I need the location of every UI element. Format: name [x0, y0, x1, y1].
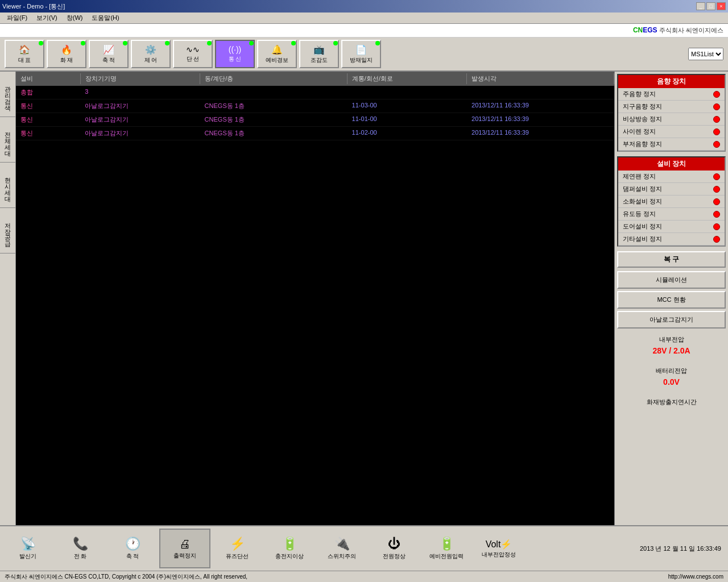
td-location-0	[200, 87, 348, 98]
left-tab-all[interactable]: 전체세대	[0, 117, 15, 163]
sound-indicator-1	[713, 103, 720, 110]
menu-file[interactable]: 파일(F)	[2, 13, 32, 23]
battery-voltage-section: 배터리전압 0.0V	[617, 363, 726, 390]
td-equipment-1: 통신	[16, 101, 80, 111]
maximize-button[interactable]: □	[706, 2, 715, 10]
td-channel-1: 11-03-00	[348, 101, 467, 111]
facility-label-4: 도어설비 정지	[623, 222, 713, 231]
sound-item-3: 사이렌 정지	[618, 126, 725, 138]
sound-indicator-3	[713, 128, 720, 135]
bottom-btn-charge[interactable]: 🔋 충전지이상	[264, 529, 315, 568]
bottom-btn-phone[interactable]: 📞 전 화	[55, 529, 106, 568]
sound-item-0: 주음향 정지	[618, 88, 725, 101]
td-location-1: CNEGS동 1층	[200, 101, 348, 111]
sound-indicator-0	[713, 91, 720, 98]
alert-indicator	[291, 41, 296, 45]
left-tab-manage[interactable]: 관리검색	[0, 72, 15, 117]
facility-indicator-2	[713, 198, 720, 205]
list-select[interactable]: MS1List	[688, 48, 723, 60]
td-equipment-0: 총합	[16, 87, 80, 98]
th-location: 동/계단/층	[200, 73, 348, 84]
td-device-1: 아날로그감지기	[80, 101, 200, 111]
facility-item-5: 기타설비 정지	[618, 233, 725, 246]
circuit-indicator	[207, 41, 212, 45]
bottom-btn-switch[interactable]: 🔌 스위치주의	[316, 529, 367, 568]
fuse-icon: ⚡	[230, 537, 245, 551]
restore-button[interactable]: 복 구	[617, 251, 726, 268]
voltage-adj-icon: Volt⚡	[486, 539, 512, 550]
status-right: http://www.cnegs.com	[668, 573, 723, 580]
sound-item-1: 지구음향 정지	[618, 101, 725, 113]
content-area: 관리검색 전체세대 현시세대 저장공급 설비 장치기기명 동/계단/층 계통/회…	[0, 72, 728, 525]
phone-icon: 📞	[73, 537, 88, 551]
log-icon: 📄	[355, 44, 367, 55]
window-title: Viewer - Demo - [통신]	[2, 2, 65, 11]
output-stop-icon: 🖨	[179, 538, 191, 551]
td-location-3: CNEGS동 1층	[200, 128, 348, 139]
analog-button[interactable]: 아날로그감지기	[617, 311, 726, 329]
mcc-button[interactable]: MCC 현황	[617, 291, 726, 309]
comm-indicator	[249, 41, 254, 45]
th-time: 발생시각	[467, 73, 614, 84]
btn-label-circuit: 단 선	[187, 55, 200, 63]
bottom-btn-fuse[interactable]: ⚡ 퓨즈단선	[212, 529, 263, 568]
menu-view[interactable]: 보기(V)	[32, 13, 62, 23]
btn-wrapper-log: 📄 방재일지	[341, 40, 381, 68]
switch-icon: 🔌	[334, 537, 350, 551]
battery-voltage-label: 배터리전압	[619, 365, 723, 376]
sound-indicator-2	[713, 116, 720, 123]
td-channel-2: 11-01-00	[348, 114, 467, 125]
monitor-icon: 📺	[313, 44, 325, 55]
btn-wrapper-monitor: 📺 조감도	[299, 40, 339, 68]
main-container: CNEGS 주식회사 씨엔이지에스 🏠 대 표 🔥 화 재 📈 축 적	[0, 24, 728, 582]
btn-label-control: 제 어	[144, 56, 158, 64]
internal-voltage-label: 내부전압	[619, 334, 723, 345]
alert-icon: 🔔	[271, 44, 283, 55]
dashboard-indicator	[39, 41, 43, 45]
bottom-toolbar: 📡 발신기 📞 전 화 🕐 축 적 🖨 출력정지 ⚡ 퓨즈단선 🔋 충전지이상 …	[0, 525, 728, 571]
sound-section: 음향 장치 주음향 정지 지구음향 정지 비상방송 정지 사이렌 정지	[617, 74, 726, 152]
facility-label-0: 제연팬 정지	[623, 172, 713, 181]
th-channel: 계통/회선/회로	[348, 73, 467, 84]
fire-release-section: 화재방출지연시간	[617, 394, 726, 410]
fuse-label: 퓨즈단선	[226, 552, 249, 560]
td-time-2: 2013/12/11 16:33:39	[467, 114, 614, 125]
btn-label-log: 방재일지	[350, 56, 373, 64]
facility-indicator-3	[713, 211, 720, 218]
bottom-btn-output-stop[interactable]: 🖨 출력정지	[159, 529, 210, 568]
clock-icon: 🕐	[125, 537, 140, 551]
facility-section: 설비 장치 제연팬 정지 댐퍼설비 정지 소화설비 정지 유도등 정지	[617, 156, 726, 247]
bottom-btn-alarm[interactable]: 📡 발신기	[2, 529, 53, 568]
btn-wrapper-alert: 🔔 예비경보	[257, 40, 297, 68]
control-icon: ⚙️	[145, 44, 156, 55]
menu-help[interactable]: 도움말(H)	[87, 13, 123, 23]
facility-item-3: 유도등 정지	[618, 208, 725, 221]
bottom-btn-battery-input[interactable]: 🔋 예비전원입력	[421, 529, 472, 568]
left-tab-storage[interactable]: 저장공급	[0, 208, 15, 253]
btn-label-comm: 통 신	[229, 55, 242, 63]
bottom-btn-power-off[interactable]: ⏻ 전원정상	[369, 529, 420, 568]
table-row-3: 통신 아날로그감지기 CNEGS동 1층 11-02-00 2013/12/11…	[16, 127, 614, 140]
btn-wrapper-comm: ((·)) 통 신	[215, 40, 255, 68]
facility-indicator-4	[713, 223, 720, 230]
th-device: 장치기기명	[81, 73, 200, 84]
facility-item-0: 제연팬 정지	[618, 171, 725, 183]
sound-item-4: 부저음향 정지	[618, 138, 725, 151]
left-tab-current[interactable]: 현시세대	[0, 163, 15, 208]
alarm-icon: 📡	[20, 537, 36, 551]
close-button[interactable]: ×	[717, 2, 726, 10]
btn-label-alert: 예비경보	[266, 56, 288, 64]
btn-wrapper-accumulate: 📈 축 적	[89, 40, 129, 68]
bottom-btn-clock[interactable]: 🕐 축 적	[107, 529, 158, 568]
btn-label-accumulate: 축 적	[102, 56, 115, 64]
btn-wrapper-fire: 🔥 화 재	[47, 40, 86, 68]
td-channel-0	[348, 87, 467, 98]
btn-wrapper-control: ⚙️ 제 어	[131, 40, 171, 68]
minimize-button[interactable]: _	[696, 2, 705, 10]
td-device-2: 아날로그감지기	[80, 114, 200, 125]
simulation-button[interactable]: 시뮬레이션	[617, 271, 726, 289]
facility-indicator-0	[713, 173, 720, 180]
menu-window[interactable]: 창(W)	[62, 13, 88, 23]
bottom-btn-voltage-adj[interactable]: Volt⚡ 내부전압정성	[473, 529, 524, 568]
monitor-indicator	[333, 41, 338, 45]
